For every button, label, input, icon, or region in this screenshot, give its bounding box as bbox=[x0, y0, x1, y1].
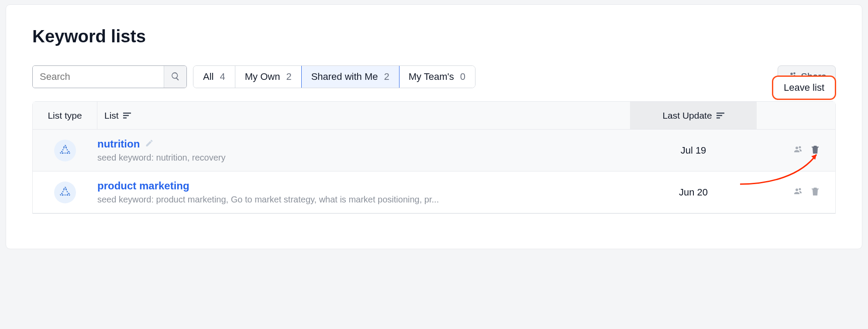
people-icon[interactable] bbox=[792, 186, 802, 199]
column-label: List type bbox=[48, 110, 82, 121]
search-button[interactable] bbox=[164, 66, 186, 88]
list-title-link[interactable]: product marketing bbox=[97, 180, 189, 192]
pencil-icon[interactable] bbox=[145, 139, 154, 149]
share-node-icon bbox=[54, 140, 76, 161]
page-title: Keyword lists bbox=[32, 27, 836, 46]
svg-rect-0 bbox=[123, 113, 131, 114]
cell-list: nutrition seed keyword: nutrition, recov… bbox=[97, 138, 630, 163]
tab-my-teams[interactable]: My Team's 0 bbox=[399, 66, 475, 88]
svg-point-8 bbox=[68, 151, 70, 154]
tab-shared-with-me[interactable]: Shared with Me 2 bbox=[301, 65, 400, 88]
column-list-type[interactable]: List type bbox=[33, 102, 97, 129]
cell-list-type bbox=[33, 182, 97, 203]
column-actions: Leave list bbox=[757, 102, 835, 129]
tab-count: 0 bbox=[460, 71, 465, 82]
table-header: List type List Last Update Leave list bbox=[33, 102, 835, 130]
list-subtitle: seed keyword: product marketing, Go to m… bbox=[97, 195, 534, 205]
column-last-update[interactable]: Last Update bbox=[630, 102, 757, 129]
tab-label: My Team's bbox=[409, 71, 454, 82]
table-row: product marketing seed keyword: product … bbox=[33, 171, 835, 213]
column-label: Last Update bbox=[662, 110, 712, 121]
svg-rect-2 bbox=[123, 117, 127, 119]
svg-point-10 bbox=[61, 193, 63, 195]
svg-point-7 bbox=[61, 151, 63, 154]
trash-icon[interactable] bbox=[810, 186, 820, 199]
svg-rect-3 bbox=[716, 113, 724, 114]
cell-actions bbox=[757, 144, 835, 157]
svg-point-9 bbox=[64, 187, 66, 189]
leave-list-tooltip: Leave list bbox=[772, 75, 836, 100]
search-input[interactable] bbox=[33, 66, 164, 88]
svg-point-11 bbox=[68, 193, 70, 195]
cell-date: Jul 19 bbox=[630, 145, 757, 156]
tab-count: 4 bbox=[220, 71, 225, 82]
column-label: List bbox=[104, 110, 119, 121]
list-title-link[interactable]: nutrition bbox=[97, 138, 140, 150]
lists-table: List type List Last Update Leave list bbox=[32, 101, 836, 214]
sort-icon bbox=[123, 113, 131, 119]
svg-rect-5 bbox=[716, 117, 720, 119]
column-list[interactable]: List bbox=[97, 102, 630, 129]
tab-all[interactable]: All 4 bbox=[193, 66, 235, 88]
table-row: nutrition seed keyword: nutrition, recov… bbox=[33, 130, 835, 171]
cell-date: Jun 20 bbox=[630, 187, 757, 198]
cell-list-type bbox=[33, 140, 97, 161]
filter-tabs: All 4 My Own 2 Shared with Me 2 My Team'… bbox=[193, 65, 475, 88]
cell-list: product marketing seed keyword: product … bbox=[97, 180, 630, 205]
list-subtitle: seed keyword: nutrition, recovery bbox=[97, 153, 534, 163]
tab-label: Shared with Me bbox=[311, 71, 378, 82]
people-icon[interactable] bbox=[792, 144, 802, 157]
tab-count: 2 bbox=[384, 71, 389, 82]
controls-row: All 4 My Own 2 Shared with Me 2 My Team'… bbox=[32, 65, 836, 88]
trash-icon[interactable] bbox=[810, 144, 820, 157]
share-node-icon bbox=[54, 182, 76, 203]
tab-count: 2 bbox=[286, 71, 291, 82]
search-box bbox=[32, 65, 187, 88]
tab-label: All bbox=[203, 71, 214, 82]
tab-label: My Own bbox=[245, 71, 280, 82]
tab-my-own[interactable]: My Own 2 bbox=[235, 66, 302, 88]
sort-icon bbox=[716, 113, 724, 119]
svg-rect-4 bbox=[716, 115, 722, 116]
cell-actions bbox=[757, 186, 835, 199]
search-icon bbox=[171, 72, 180, 82]
svg-point-6 bbox=[64, 145, 66, 147]
svg-rect-1 bbox=[123, 115, 129, 116]
